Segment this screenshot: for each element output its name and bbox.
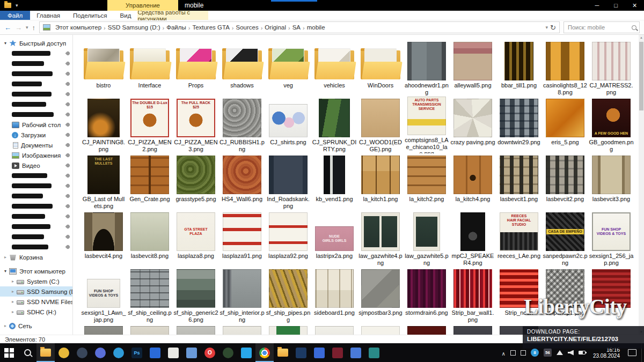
breadcrumb-segment[interactable]: SSD Samsung (D:) bbox=[108, 24, 160, 31]
battery-icon[interactable] bbox=[579, 351, 586, 354]
file-item[interactable]: A FEW GOOD HENGB_goodmen.png bbox=[588, 97, 634, 153]
sidebar-item-redacted[interactable] bbox=[0, 48, 72, 58]
file-item[interactable]: CJ_SPRUNK_DIRTY.png bbox=[311, 97, 357, 153]
taskbar-app-aida64[interactable] bbox=[328, 343, 347, 362]
taskbar-app-app-discord[interactable] bbox=[91, 343, 109, 362]
chevron-right-icon[interactable]: ▸ bbox=[12, 279, 17, 284]
file-item[interactable]: lasbevcit3.png bbox=[588, 153, 634, 210]
tray-badge[interactable]: 8 bbox=[531, 349, 539, 357]
tray-icon[interactable] bbox=[521, 350, 526, 356]
file-item[interactable]: The FULL RACK $25CJ_PIZZA_MEN3.png bbox=[173, 97, 219, 153]
sidebar-item-drive-e[interactable]: ▸SSD NVME Files (E:) bbox=[0, 297, 72, 307]
file-item[interactable]: sf_ship_generic26.png bbox=[173, 267, 219, 324]
file-item[interactable]: ahoodnewdr1.png bbox=[404, 40, 450, 97]
taskbar-app-app-notes[interactable] bbox=[182, 343, 201, 362]
contextual-tab-manage[interactable]: Управление bbox=[107, 0, 178, 11]
taskbar-app-app-folder2[interactable] bbox=[274, 343, 292, 362]
sidebar-item-redacted[interactable] bbox=[0, 221, 72, 232]
folder-item[interactable]: vehicles bbox=[311, 40, 357, 97]
file-item[interactable]: downtwin29.png bbox=[496, 97, 542, 153]
file-item[interactable]: THE LAST MULLETSGB_Last of Mullets.png bbox=[80, 153, 127, 210]
sidebar-item-redacted[interactable] bbox=[0, 58, 72, 69]
file-item[interactable]: CJ_shirts.png bbox=[265, 97, 311, 153]
address-bar[interactable]: Этот компьютерSSD Samsung (D:)ФайлыTextu… bbox=[39, 21, 560, 33]
tab-Главная[interactable]: Главная bbox=[30, 11, 67, 20]
file-item[interactable]: lasplaza92.png bbox=[265, 210, 311, 267]
sidebar-item-redacted[interactable] bbox=[0, 89, 72, 99]
file-item[interactable]: The DOUBLE D-Lux $15CJ_PIZZA_MEN2.png bbox=[127, 97, 173, 153]
file-item[interactable]: sf_ship_pipes.png bbox=[265, 267, 311, 324]
file-item[interactable]: CJ_PAINTING8.png bbox=[80, 97, 127, 153]
breadcrumb-segment[interactable]: Sources bbox=[236, 24, 259, 31]
breadcrumb-segment[interactable]: mobile bbox=[307, 24, 325, 31]
file-item[interactable]: lasbevcit4.png bbox=[80, 210, 127, 267]
back-button[interactable] bbox=[4, 24, 11, 31]
sidebar-item-recycle-bin[interactable]: ▸Корзина bbox=[0, 252, 72, 262]
file-item[interactable] bbox=[80, 324, 127, 335]
recent-locations-icon[interactable] bbox=[26, 25, 28, 30]
address-dropdown-icon[interactable] bbox=[546, 25, 548, 30]
file-item[interactable]: Ind_Roadskank.png bbox=[265, 153, 311, 210]
file-item[interactable]: eris_5.png bbox=[542, 97, 588, 153]
file-item[interactable]: lasbevcit8.png bbox=[127, 210, 173, 267]
taskbar-app-app-steam[interactable] bbox=[73, 343, 91, 362]
maximize-button[interactable] bbox=[606, 0, 625, 11]
folder-item[interactable]: veg bbox=[265, 40, 311, 97]
taskbar-app-app-teal[interactable] bbox=[365, 343, 383, 362]
taskbar-app-chrome[interactable] bbox=[255, 343, 274, 362]
chevron-right-icon[interactable]: ▸ bbox=[12, 309, 17, 314]
tray-badge[interactable]: 56 bbox=[544, 349, 552, 357]
file-item[interactable]: sf_ship_ceiling.png bbox=[127, 267, 173, 324]
file-item[interactable]: alleywall5.png bbox=[450, 40, 496, 97]
file-item[interactable]: HS4_Wall6.png bbox=[219, 153, 265, 210]
file-item[interactable]: FUN SHOP VIDEOS & TOYSsexsign1_LAwn_jap.… bbox=[80, 267, 127, 324]
file-item[interactable]: sjmpostbar3.png bbox=[357, 267, 404, 324]
taskbar-app-app-green[interactable] bbox=[219, 343, 237, 362]
sidebar-item-redacted[interactable] bbox=[0, 232, 72, 242]
folder-item[interactable]: shadows bbox=[219, 40, 265, 97]
taskbar-app-app-photos[interactable] bbox=[146, 343, 164, 362]
sidebar-item-drive-h[interactable]: ▸SDHC (H:) bbox=[0, 307, 72, 317]
taskbar-app-vscode[interactable] bbox=[237, 343, 255, 362]
taskbar-app-app-darkblue[interactable] bbox=[292, 343, 310, 362]
file-item[interactable]: la_kitch1.png bbox=[357, 153, 404, 210]
chevron-down-icon[interactable]: ▾ bbox=[4, 41, 9, 46]
file-item[interactable]: law_gazwhite5.png bbox=[404, 210, 450, 267]
taskbar-app-app-telegram[interactable] bbox=[109, 343, 128, 362]
search-box[interactable] bbox=[564, 21, 640, 33]
sidebar-item-redacted[interactable] bbox=[0, 79, 72, 89]
file-item[interactable]: Strip_bar_wall1.png bbox=[450, 267, 496, 324]
breadcrumb-segment[interactable]: Textures GTA bbox=[192, 24, 229, 31]
file-item[interactable]: FUN SHOP VIDEOS & TOYSsexsign1_256_jap.p… bbox=[588, 210, 634, 267]
file-item[interactable]: NUDE GIRLS GIRLSlastripx2a.png bbox=[311, 210, 357, 267]
file-item[interactable]: lasplaza91.png bbox=[219, 210, 265, 267]
file-item[interactable]: Gen_Crate.png bbox=[127, 153, 173, 210]
sidebar-item-redacted[interactable] bbox=[0, 171, 72, 181]
file-item[interactable]: lasbevcit2.png bbox=[542, 153, 588, 210]
sidebar-item-redacted[interactable] bbox=[0, 99, 72, 109]
taskbar-app-photoshop[interactable]: Ps bbox=[128, 343, 146, 362]
file-item[interactable] bbox=[404, 324, 450, 335]
forward-button[interactable] bbox=[15, 24, 22, 31]
chevron-down-icon[interactable]: ▾ bbox=[4, 269, 9, 274]
sidebar-item-downloads[interactable]: Загрузки bbox=[0, 130, 72, 140]
qat-dropdown-icon[interactable] bbox=[16, 2, 18, 9]
sidebar-item-redacted[interactable] bbox=[0, 211, 72, 221]
file-item[interactable]: kb_vend1.png bbox=[311, 153, 357, 210]
chevron-right-icon[interactable]: ▸ bbox=[12, 299, 17, 304]
tab-picture-tools[interactable]: Средства работы с рисунками bbox=[137, 11, 208, 20]
taskbar-app-opera[interactable]: O bbox=[201, 343, 219, 362]
file-item[interactable] bbox=[311, 324, 357, 335]
file-item[interactable]: law_gazwhite4.png bbox=[357, 210, 404, 267]
network-icon[interactable] bbox=[557, 350, 563, 355]
file-item[interactable]: mpCJ_SPEAKER4.png bbox=[450, 210, 496, 267]
folder-item[interactable]: bistro bbox=[80, 40, 127, 97]
file-item[interactable]: REECES HAIR FACIAL STUDIOreeces_LAe.png bbox=[496, 210, 542, 267]
scrollbar-thumb[interactable] bbox=[639, 42, 643, 110]
file-item[interactable]: GTA STREET PLAZAlasplaza8.png bbox=[173, 210, 219, 267]
tab-file[interactable]: Файл bbox=[0, 11, 30, 20]
folder-item[interactable]: Props bbox=[173, 40, 219, 97]
taskbar-app-file-explorer[interactable] bbox=[36, 343, 55, 362]
close-button[interactable] bbox=[625, 0, 644, 11]
minimize-button[interactable] bbox=[588, 0, 606, 11]
